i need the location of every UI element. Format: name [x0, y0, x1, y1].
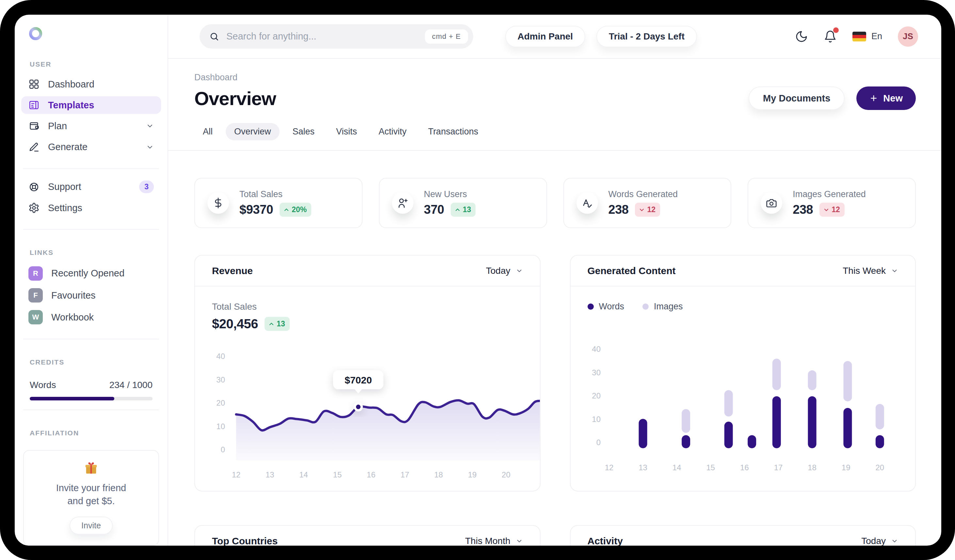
- sidebar-item-label: Plan: [48, 121, 67, 131]
- affiliation-text: Invite your friend and get $5.: [56, 481, 126, 507]
- trend-chevron-icon: [639, 208, 644, 212]
- search-bar[interactable]: cmd + E: [200, 24, 473, 48]
- x-axis-label: 12: [232, 470, 241, 479]
- x-axis-label: 18: [808, 463, 817, 472]
- x-axis-label: 16: [367, 470, 376, 479]
- new-button[interactable]: New: [856, 86, 916, 110]
- x-axis-label: 15: [333, 470, 342, 479]
- y-axis-label: 10: [216, 422, 225, 431]
- card-title: Generated Content: [587, 265, 676, 276]
- logo-ring-icon: [28, 27, 43, 41]
- y-axis-label: 20: [216, 398, 225, 407]
- countries-range-dropdown[interactable]: This Month: [465, 536, 523, 546]
- trend-chevron-icon: [455, 208, 460, 212]
- y-axis-label: 40: [216, 352, 225, 360]
- link-label: Favourites: [51, 290, 96, 301]
- notifications-button[interactable]: [824, 30, 837, 43]
- sidebar-item-dashboard[interactable]: Dashboard: [21, 75, 161, 93]
- x-axis-label: 19: [468, 470, 477, 479]
- x-axis-label: 17: [774, 463, 783, 472]
- device-frame: USER Dashboard Templates Plan: [0, 0, 955, 560]
- breadcrumb[interactable]: Dashboard: [194, 72, 916, 83]
- admin-panel-button[interactable]: Admin Panel: [505, 26, 586, 47]
- language-label: En: [871, 31, 882, 41]
- tab-all[interactable]: All: [194, 123, 221, 140]
- legend-item-images: Images: [642, 301, 683, 312]
- invite-button[interactable]: Invite: [70, 516, 113, 535]
- x-axis-label: 14: [299, 470, 308, 479]
- stat-value: 238: [793, 203, 813, 217]
- link-favourites[interactable]: F Favourites: [21, 285, 161, 305]
- language-selector[interactable]: En: [852, 31, 882, 41]
- legend-dot: [642, 304, 649, 310]
- sidebar-section-user: USER: [30, 60, 161, 68]
- user-plus-icon: [397, 197, 409, 209]
- my-documents-button[interactable]: My Documents: [748, 86, 845, 110]
- generated-range-dropdown[interactable]: This Week: [843, 266, 898, 276]
- link-initial-badge: R: [28, 266, 43, 281]
- sidebar-item-settings[interactable]: Settings: [21, 199, 161, 217]
- stat-value: 370: [424, 203, 444, 217]
- revenue-card: Revenue Today Total Sales $20,456 13: [194, 255, 540, 491]
- bar-images: [808, 370, 816, 390]
- bar-words: [639, 419, 647, 448]
- wallet-icon: [28, 120, 39, 131]
- chevron-down-icon: [516, 538, 523, 544]
- tab-visits[interactable]: Visits: [327, 123, 365, 140]
- revenue-range-dropdown[interactable]: Today: [486, 266, 523, 276]
- tab-sales[interactable]: Sales: [284, 123, 323, 140]
- activity-range-dropdown[interactable]: Today: [861, 536, 898, 546]
- sidebar: USER Dashboard Templates Plan: [15, 15, 168, 546]
- x-axis-label: 13: [639, 463, 647, 472]
- stats-row: Total Sales $9370 20%: [194, 178, 916, 228]
- generated-content-bar-chart[interactable]: 010203040121314151617181920: [587, 335, 916, 476]
- sidebar-divider: [23, 410, 159, 410]
- page-body: Total Sales $9370 20%: [168, 151, 941, 546]
- sidebar-item-templates[interactable]: Templates: [21, 96, 161, 114]
- credits-value: 234 / 1000: [110, 380, 152, 390]
- tab-overview[interactable]: Overview: [226, 123, 280, 140]
- sidebar-divider: [23, 229, 159, 230]
- stat-trend-badge: 20%: [280, 203, 311, 217]
- x-axis-label: 15: [706, 463, 715, 472]
- revenue-line-chart[interactable]: 010203040121314151617181920$7020: [212, 342, 540, 483]
- top-countries-card: Top Countries This Month: [194, 525, 540, 546]
- page-title: Overview: [194, 87, 276, 109]
- tooltip-value: $7020: [344, 374, 372, 385]
- german-flag-icon: [852, 32, 866, 41]
- support-count-badge: 3: [139, 181, 154, 193]
- lifebuoy-icon: [28, 181, 39, 193]
- bar-words: [808, 396, 816, 448]
- credits-label: Words: [30, 380, 56, 390]
- tab-activity[interactable]: Activity: [370, 123, 415, 140]
- link-initial-badge: F: [28, 288, 43, 303]
- card-title: Activity: [587, 535, 623, 546]
- bar-images: [875, 404, 884, 429]
- chart-legend: Words Images: [587, 301, 916, 312]
- tab-transactions[interactable]: Transactions: [420, 123, 487, 140]
- gift-icon: [84, 460, 99, 476]
- sidebar-item-generate[interactable]: Generate: [21, 138, 161, 156]
- sidebar-item-label: Templates: [48, 100, 94, 111]
- topbar: cmd + E Admin Panel Trial - 2 Days Left: [168, 15, 941, 59]
- y-axis-label: 30: [592, 368, 601, 377]
- trial-button[interactable]: Trial - 2 Days Left: [596, 26, 697, 47]
- line-area-fill: [236, 401, 540, 460]
- sidebar-item-support[interactable]: Support 3: [21, 178, 161, 196]
- dashboard-grid-icon: [28, 79, 39, 90]
- x-axis-label: 18: [434, 470, 443, 479]
- link-recently-opened[interactable]: R Recently Opened: [21, 264, 161, 283]
- app-logo[interactable]: [21, 15, 161, 42]
- search-shortcut-hint: cmd + E: [425, 30, 468, 44]
- y-axis-label: 0: [221, 445, 225, 454]
- chevron-down-icon: [146, 122, 154, 130]
- link-workbook[interactable]: W Workbook: [21, 308, 161, 327]
- search-input[interactable]: [226, 31, 425, 42]
- user-avatar[interactable]: JS: [898, 27, 918, 47]
- bar-words: [682, 435, 690, 448]
- dark-mode-toggle[interactable]: [795, 30, 808, 43]
- sidebar-item-label: Support: [48, 181, 81, 192]
- bar-words: [875, 435, 884, 448]
- chevron-down-icon: [516, 267, 523, 275]
- sidebar-item-plan[interactable]: Plan: [21, 117, 161, 135]
